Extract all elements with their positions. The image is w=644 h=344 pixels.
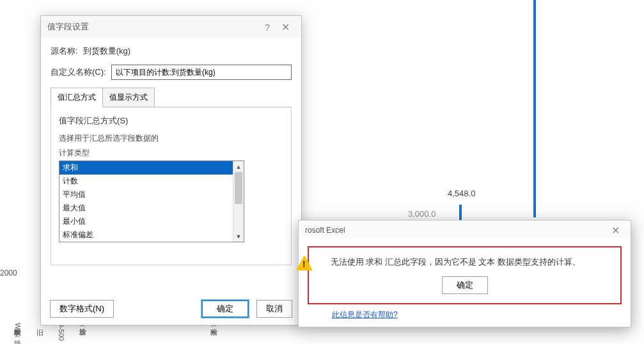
custom-name-input[interactable] xyxy=(111,65,292,80)
panel-subtext2: 计算类型 xyxy=(59,148,283,159)
list-item[interactable]: 最大值 xyxy=(59,201,233,215)
list-item[interactable]: 计数 xyxy=(59,175,233,188)
calculation-type-list[interactable]: 求和 计数 平均值 最大值 最小值 标准偏差 ▲ ▼ xyxy=(59,160,244,242)
cancel-button[interactable]: 取消 xyxy=(256,300,292,318)
number-format-button[interactable]: 数字格式(N) xyxy=(50,300,114,318)
chart-data-label: 3,000.0 xyxy=(408,209,436,219)
scroll-track[interactable] xyxy=(233,204,244,231)
close-icon[interactable]: ✕ xyxy=(276,21,295,33)
dialog-titlebar[interactable]: 值字段设置 ? ✕ xyxy=(41,16,301,38)
help-link[interactable]: 此信息是否有帮助? xyxy=(332,309,398,320)
tab-show-values-as[interactable]: 值显示方式 xyxy=(102,88,155,107)
warning-icon xyxy=(296,255,315,274)
x-tick: 旧 xyxy=(35,323,45,341)
alert-title: rosoft Excel xyxy=(305,226,606,235)
list-item[interactable]: 平均值 xyxy=(59,188,233,201)
alert-titlebar[interactable]: rosoft Excel ✕ xyxy=(299,221,631,240)
value-field-settings-dialog: 值字段设置 ? ✕ 源名称: 到货数量(kg) 自定义名称(C): 值汇总方式 … xyxy=(40,15,302,325)
tab-panel: 值字段汇总方式(S) 选择用于汇总所选字段数据的 计算类型 求和 计数 平均值 … xyxy=(51,107,292,265)
x-tick: 0-500 xyxy=(58,323,65,341)
panel-subtext: 选择用于汇总所选字段数据的 xyxy=(59,133,283,144)
list-item[interactable]: 标准偏差 xyxy=(59,228,233,242)
alert-ok-button[interactable]: 确定 xyxy=(442,276,488,294)
close-icon[interactable]: ✕ xyxy=(606,224,624,237)
error-alert-dialog: rosoft Excel ✕ 无法使用 求和 汇总此字段，因为它不是 文本 数据… xyxy=(298,220,631,327)
scroll-thumb[interactable] xyxy=(235,172,242,204)
x-tick: 泼粉（ xyxy=(78,323,88,341)
x-axis-labels: 酸表粉W6（辣 旧 0-500 泼粉（ 米粉（ xyxy=(13,323,219,341)
dialog-footer: 数字格式(N) 确定 取消 xyxy=(41,293,301,325)
custom-name-label: 自定义名称(C): xyxy=(51,66,106,78)
source-name-value: 到货数量(kg) xyxy=(83,45,130,57)
list-item[interactable]: 最小值 xyxy=(59,215,233,228)
panel-heading: 值字段汇总方式(S) xyxy=(59,115,283,127)
ok-button[interactable]: 确定 xyxy=(201,300,249,318)
x-tick: 酸表粉W6（辣 xyxy=(13,323,22,341)
alert-highlight-box: 无法使用 求和 汇总此字段，因为它不是 文本 数据类型支持的计算。 确定 xyxy=(308,246,622,304)
scroll-down-icon[interactable]: ▼ xyxy=(233,231,244,242)
tabs: 值汇总方式 值显示方式 xyxy=(51,88,292,107)
scroll-up-icon[interactable]: ▲ xyxy=(233,161,244,172)
scrollbar[interactable]: ▲ ▼ xyxy=(233,161,244,242)
chart-bar-1 xyxy=(533,0,536,217)
list-item[interactable]: 求和 xyxy=(59,161,233,175)
help-icon[interactable]: ? xyxy=(259,22,276,33)
y-axis-tick: 2000 xyxy=(0,269,17,278)
dialog-title: 值字段设置 xyxy=(47,21,259,33)
tab-summarize-by[interactable]: 值汇总方式 xyxy=(51,88,103,107)
chart-data-label: 4,548.0 xyxy=(448,189,475,198)
source-name-label: 源名称: xyxy=(51,45,78,57)
x-tick: 米粉（ xyxy=(209,323,219,341)
chart-bar-2 xyxy=(459,205,462,220)
alert-message: 无法使用 求和 汇总此字段，因为它不是 文本 数据类型支持的计算。 xyxy=(317,254,582,276)
